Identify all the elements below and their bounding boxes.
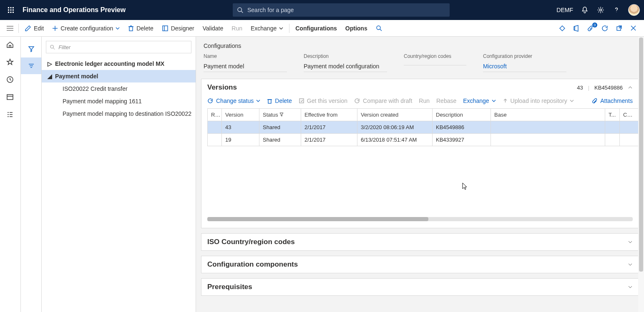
versions-toolbar: Change status Delete Get this version Co… <box>201 96 639 108</box>
exchange-button[interactable]: Exchange <box>247 20 287 36</box>
diamond-icon[interactable] <box>558 24 566 32</box>
edit-button[interactable]: Edit <box>20 20 48 36</box>
global-search-input[interactable] <box>247 6 445 14</box>
recent-icon[interactable] <box>6 76 15 84</box>
tree-item[interactable]: Payment model mapping 1611 <box>42 95 196 107</box>
close-icon[interactable] <box>629 24 637 32</box>
attach-indicator-icon[interactable]: 0 <box>586 24 595 32</box>
svg-rect-8 <box>13 12 14 13</box>
create-configuration-button[interactable]: Create configuration <box>48 20 124 36</box>
description-value[interactable]: Payment model configuration <box>304 61 387 72</box>
attachments-button[interactable]: Attachments <box>592 97 633 104</box>
svg-rect-6 <box>8 12 9 13</box>
col-header[interactable]: Base <box>491 109 605 121</box>
svg-line-23 <box>380 29 382 31</box>
svg-rect-2 <box>13 7 14 8</box>
chevron-up-icon <box>628 85 633 90</box>
breadcrumb: Configurations <box>196 37 644 49</box>
configuration-tree-pane: ▷ Electronic ledger accounting model MX … <box>42 37 196 312</box>
caret-right-icon: ▷ <box>47 60 53 67</box>
svg-rect-43 <box>299 99 304 103</box>
chevron-down-icon <box>492 99 496 103</box>
prerequisites-header[interactable]: Prerequisites <box>201 279 639 295</box>
tree-label: Electronic ledger accounting model MX <box>55 60 164 67</box>
get-version-button: Get this version <box>299 97 347 104</box>
validate-button[interactable]: Validate <box>199 20 228 36</box>
help-icon[interactable] <box>612 6 621 14</box>
top-nav: Finance and Operations Preview DEMF <box>0 0 644 20</box>
tree-item-selected[interactable]: ◢ Payment model <box>42 70 196 82</box>
version-exchange-button[interactable]: Exchange <box>463 97 496 104</box>
config-components-header[interactable]: Configuration components <box>201 256 639 273</box>
versions-grid[interactable]: R... Version Status Effective from Versi… <box>207 108 639 146</box>
version-run-button: Run <box>419 97 430 104</box>
versions-card: Versions 43 | KB4549886 Change status De… <box>201 79 639 228</box>
run-button: Run <box>227 20 247 36</box>
tree-item[interactable]: Payment model mapping to destination ISO… <box>42 107 196 120</box>
legal-entity[interactable]: DEMF <box>556 7 573 13</box>
search-command-icon[interactable] <box>372 20 386 36</box>
gear-icon[interactable] <box>596 6 605 14</box>
global-search[interactable] <box>233 3 450 17</box>
versions-header[interactable]: Versions 43 | KB4549886 <box>201 79 639 96</box>
col-header[interactable]: Version created <box>357 109 433 121</box>
svg-rect-41 <box>268 100 271 103</box>
tree-item[interactable]: ISO20022 Credit transfer <box>42 82 196 95</box>
chevron-down-icon <box>116 26 120 30</box>
svg-rect-17 <box>129 27 133 31</box>
delete-button[interactable]: Delete <box>124 20 157 36</box>
modules-icon[interactable] <box>6 111 15 119</box>
grid-row[interactable]: 19Shared2/1/20176/13/2018 07:51:47 AMKB4… <box>208 134 639 146</box>
configurations-tab[interactable]: Configurations <box>291 20 341 36</box>
refresh-icon[interactable] <box>601 24 609 32</box>
app-title: Finance and Operations Preview <box>23 6 126 14</box>
user-avatar[interactable] <box>628 4 640 16</box>
version-kb: KB4549886 <box>594 85 623 91</box>
col-header[interactable]: Version <box>222 109 259 121</box>
filter-icon <box>279 112 284 117</box>
star-icon[interactable] <box>6 58 15 67</box>
svg-point-9 <box>238 7 242 12</box>
tree-label: Payment model mapping to destination ISO… <box>63 110 191 117</box>
home-icon[interactable] <box>6 41 15 49</box>
svg-rect-28 <box>7 95 13 100</box>
app-launcher-icon[interactable] <box>4 3 18 17</box>
col-header[interactable]: Effective from <box>301 109 357 121</box>
col-header[interactable]: Status <box>259 109 301 121</box>
col-header[interactable]: Description <box>433 109 491 121</box>
version-delete-button[interactable]: Delete <box>267 97 292 104</box>
svg-rect-0 <box>8 7 9 8</box>
col-header[interactable]: Cou... <box>620 109 639 121</box>
workspace-icon[interactable] <box>6 93 15 102</box>
tree-item[interactable]: ▷ Electronic ledger accounting model MX <box>42 57 196 70</box>
tree-label: Payment model <box>55 73 98 80</box>
country-codes-value[interactable] <box>404 61 466 65</box>
bell-icon[interactable] <box>581 6 589 14</box>
office-icon[interactable] <box>572 24 581 32</box>
lines-icon[interactable] <box>21 57 41 74</box>
designer-button[interactable]: Designer <box>158 20 199 36</box>
col-header[interactable]: T... <box>605 109 620 121</box>
provider-link[interactable]: Microsoft <box>483 61 566 72</box>
hamburger-icon[interactable] <box>3 25 17 31</box>
chevron-down-icon <box>628 240 633 245</box>
record-header: NamePayment model DescriptionPayment mod… <box>196 49 644 79</box>
vertical-scrollbar[interactable] <box>638 37 644 312</box>
svg-rect-4 <box>10 10 12 11</box>
field-label: Name <box>204 53 287 59</box>
svg-point-39 <box>50 45 54 48</box>
change-status-button[interactable]: Change status <box>207 97 260 104</box>
col-header[interactable]: R... <box>208 109 222 121</box>
notification-badge: 0 <box>592 22 597 27</box>
tree-filter[interactable] <box>46 41 191 53</box>
tree-filter-input[interactable] <box>58 44 188 51</box>
svg-rect-1 <box>10 7 12 8</box>
options-tab[interactable]: Options <box>341 20 372 36</box>
iso-codes-header[interactable]: ISO Country/region codes <box>201 234 639 250</box>
grid-row[interactable]: 43Shared2/1/20173/2/2020 08:06:19 AMKB45… <box>208 121 639 134</box>
popout-icon[interactable] <box>615 24 623 32</box>
name-value[interactable]: Payment model <box>204 61 287 72</box>
funnel-icon[interactable] <box>21 41 41 57</box>
svg-rect-7 <box>10 12 12 13</box>
horizontal-scrollbar[interactable] <box>207 217 633 221</box>
